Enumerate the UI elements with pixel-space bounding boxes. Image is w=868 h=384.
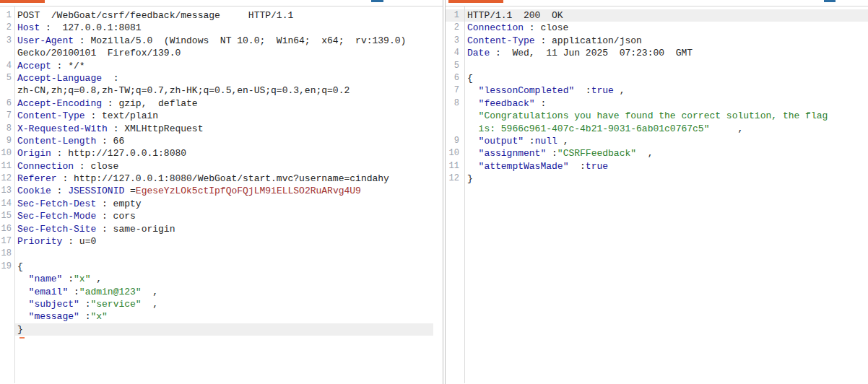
response-rows: 1HTTP/1.1 200 OK2Connection : close3Cont… [446, 9, 868, 185]
code-row[interactable]: 17Priority : u=0 [0, 235, 443, 248]
code-segment: "Congratulations you have found the corr… [479, 110, 828, 121]
code-row[interactable]: 9Content-Length : 66 [0, 135, 443, 147]
code-row[interactable]: 1HTTP/1.1 200 OK [446, 9, 868, 22]
code-segment: : */* [51, 61, 85, 71]
request-active-tab-underline[interactable] [0, 0, 45, 3]
code-row[interactable]: 8X-Requested-With : XMLHttpRequest [0, 123, 443, 135]
code-segment: Connection [17, 161, 74, 172]
code-row[interactable]: 3Content-Type : application/json [446, 35, 868, 47]
code-row[interactable]: 2Connection : close [446, 22, 868, 34]
code-row[interactable]: "name" :"x" , [0, 273, 443, 285]
line-number: 18 [0, 248, 14, 260]
code-line-text: } [14, 323, 433, 336]
code-row[interactable]: 10 "assignment" :"CSRFFeedback" , [446, 147, 868, 160]
code-segment: "subject" [29, 299, 79, 310]
response-editor[interactable]: 1HTTP/1.1 200 OK2Connection : close3Cont… [446, 6, 868, 383]
request-gutter-divider [14, 6, 15, 383]
line-number [0, 286, 14, 298]
code-segment: : [568, 161, 585, 172]
request-panel: 1POST /WebGoat/csrf/feedback/message HTT… [0, 0, 443, 384]
line-number: 12 [0, 173, 14, 185]
code-line-text: Connection : close [464, 22, 868, 34]
response-panel: 1HTTP/1.1 200 OK2Connection : close3Cont… [446, 0, 868, 384]
response-active-tab-underline[interactable] [448, 0, 503, 3]
code-row[interactable]: "subject" :"service" , [0, 298, 443, 310]
code-segment: JSESSIONID [68, 186, 124, 196]
code-row[interactable]: 11 "attemptWasMade" :true [446, 160, 868, 173]
code-segment: : same-origin [96, 224, 175, 235]
code-row[interactable]: "email" :"admin@123" , [0, 286, 443, 298]
code-segment: : text/plain [85, 110, 158, 121]
code-segment: "CSRFFeedback" [557, 148, 636, 159]
line-number: 1 [446, 9, 464, 22]
code-segment: Priority [17, 236, 62, 247]
request-tab-bar [0, 0, 443, 6]
code-segment: : [574, 85, 591, 96]
code-row[interactable]: 10Origin : http://127.0.0.1:8080 [0, 147, 443, 160]
code-row[interactable]: 4Accept : */* [0, 60, 443, 72]
code-row[interactable]: 19{ [0, 261, 443, 273]
code-line-text [14, 248, 433, 260]
code-row[interactable]: 13Cookie : JSESSIONID =EgeseYzLOk5ctIpfQ… [0, 185, 443, 197]
request-rows: 1POST /WebGoat/csrf/feedback/message HTT… [0, 9, 443, 336]
code-segment: : [62, 274, 74, 284]
code-line-text: Sec-Fetch-Dest : empty [14, 198, 433, 210]
code-segment: true [586, 161, 608, 172]
code-row[interactable]: 6Accept-Encoding : gzip, deflate [0, 97, 443, 110]
code-segment: , [636, 148, 653, 159]
code-segment: : http://127.0.0.1:8080/WebGoat/start.mv… [57, 173, 389, 184]
code-segment [467, 85, 479, 96]
code-segment: { [17, 261, 23, 272]
code-row[interactable]: 3User-Agent : Mozilla/5.0 (Windows NT 10… [0, 35, 443, 47]
code-row[interactable]: 6{ [446, 72, 868, 84]
code-row[interactable]: 18 [0, 248, 443, 260]
line-number: 1 [0, 9, 14, 22]
line-number: 4 [446, 47, 464, 59]
code-row[interactable]: Gecko/20100101 Firefox/139.0 [0, 47, 443, 59]
code-row[interactable]: 9 "output" :null , [446, 135, 868, 147]
code-row[interactable]: 5Accept-Language : [0, 72, 443, 84]
code-segment: , [90, 274, 102, 284]
code-row[interactable]: } [0, 323, 443, 336]
code-segment: "lessonCompleted" [479, 85, 575, 96]
code-row[interactable]: 2Host : 127.0.0.1:8081 [0, 22, 443, 34]
line-number: 6 [446, 72, 464, 84]
code-segment [17, 287, 29, 297]
code-line-text [464, 60, 868, 72]
code-segment: Origin [17, 148, 51, 159]
code-segment: : Mozilla/5.0 (Windows NT 10.0; Win64; x… [74, 35, 406, 46]
code-row[interactable]: 7 "lessonCompleted" :true , [446, 84, 868, 97]
code-row[interactable]: 15Sec-Fetch-Mode : cors [0, 210, 443, 222]
code-row[interactable]: 12Referer : http://127.0.0.1:8080/WebGoa… [0, 173, 443, 185]
code-row[interactable]: 12} [446, 173, 868, 185]
code-segment: Content-Length [17, 136, 96, 147]
request-editor[interactable]: 1POST /WebGoat/csrf/feedback/message HTT… [0, 6, 443, 383]
request-linebreak-toggle-underline[interactable] [371, 0, 383, 2]
code-segment: Content-Type [17, 110, 85, 121]
code-row[interactable]: 1POST /WebGoat/csrf/feedback/message HTT… [0, 9, 443, 22]
code-row[interactable]: 5 [446, 60, 868, 72]
code-segment: : close [74, 161, 118, 172]
code-row[interactable]: zh-CN,zh;q=0.8,zh-TW;q=0.7,zh-HK;q=0.5,e… [0, 84, 443, 97]
code-row[interactable]: 7Content-Type : text/plain [0, 110, 443, 122]
line-number: 12 [446, 173, 464, 185]
code-segment: : [524, 136, 535, 147]
code-row[interactable]: 11Connection : close [0, 160, 443, 173]
code-line-text: "attemptWasMade" :true [464, 160, 868, 173]
code-row[interactable]: is: 5966c961-407c-4b21-9031-6ab01c0767c5… [446, 123, 868, 135]
line-number [0, 47, 14, 59]
code-row[interactable]: "message" :"x" [0, 310, 443, 323]
response-tab-bar [446, 0, 868, 6]
code-segment: Accept-Language [17, 73, 102, 84]
code-row[interactable]: "Congratulations you have found the corr… [446, 110, 868, 122]
line-number [446, 110, 464, 122]
code-row[interactable]: 14Sec-Fetch-Dest : empty [0, 198, 443, 210]
code-segment: : [79, 311, 91, 322]
line-number: 15 [0, 210, 14, 222]
code-row[interactable]: 4Date : Wed, 11 Jun 2025 07:23:00 GMT [446, 47, 868, 59]
code-segment: "email" [29, 287, 69, 297]
response-linebreak-toggle-underline[interactable] [824, 0, 836, 2]
code-row[interactable]: 8 "feedback" : [446, 97, 868, 110]
code-segment: : [535, 98, 547, 109]
code-row[interactable]: 16Sec-Fetch-Site : same-origin [0, 223, 443, 235]
